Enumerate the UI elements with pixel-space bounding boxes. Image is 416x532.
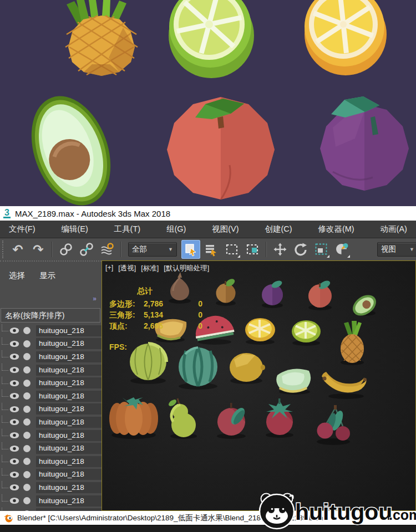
scene-object-row[interactable]: huitugou_218 bbox=[0, 494, 102, 508]
rectangular-selection-region-button[interactable] bbox=[222, 240, 241, 259]
object-name[interactable]: huitugou_218 bbox=[36, 377, 102, 388]
object-name[interactable]: huitugou_218 bbox=[36, 469, 102, 480]
object-name[interactable]: huitugou_218 bbox=[36, 430, 102, 441]
object-color-dot[interactable] bbox=[23, 392, 31, 400]
scene-object-row[interactable]: huitugou_218 bbox=[0, 364, 102, 377]
select-and-rotate-button[interactable] bbox=[291, 240, 310, 259]
object-color-dot[interactable] bbox=[23, 497, 31, 504]
menu-item[interactable]: 修改器(M) bbox=[318, 224, 354, 234]
object-color-dot[interactable] bbox=[23, 406, 31, 413]
visibility-eye-icon[interactable] bbox=[9, 458, 19, 465]
menu-item[interactable]: 视图(V) bbox=[212, 224, 239, 234]
name-sort-header[interactable]: 名称(按降序排序) bbox=[1, 308, 100, 323]
scene-object-row[interactable]: huitugou_218 bbox=[0, 481, 102, 494]
toolbar-drag-handle[interactable] bbox=[2, 241, 5, 258]
visibility-eye-icon[interactable] bbox=[9, 366, 19, 374]
panel-tab[interactable]: 显示 bbox=[39, 270, 55, 281]
scene-object-row[interactable]: huitugou_218 bbox=[0, 429, 102, 442]
select-and-scale-button[interactable] bbox=[312, 240, 331, 259]
stats-row: 三角形: 5,134 0 bbox=[109, 310, 206, 321]
pumpkin-model bbox=[109, 397, 158, 439]
visibility-eye-icon[interactable] bbox=[9, 484, 19, 491]
visibility-eye-icon[interactable] bbox=[9, 445, 19, 452]
peach-render bbox=[167, 97, 275, 200]
select-and-place-button[interactable] bbox=[332, 240, 351, 259]
select-object-button[interactable] bbox=[181, 240, 200, 259]
visibility-eye-icon[interactable] bbox=[9, 471, 19, 478]
menu-item[interactable]: 编辑(E) bbox=[61, 224, 88, 234]
viewport-label[interactable]: [+] bbox=[105, 264, 113, 273]
menu-item[interactable]: 动画(A) bbox=[381, 224, 407, 234]
scene-object-row[interactable]: huitugou_218 bbox=[0, 416, 102, 429]
object-name[interactable]: huitugou_218 bbox=[36, 325, 102, 336]
visibility-eye-icon[interactable] bbox=[9, 380, 19, 387]
object-color-dot[interactable] bbox=[23, 445, 31, 452]
bind-to-space-warp-icon[interactable] bbox=[98, 240, 116, 259]
object-name[interactable]: huitugou_218 bbox=[36, 403, 102, 415]
visibility-eye-icon[interactable] bbox=[9, 418, 19, 426]
scene-object-row[interactable]: huitugou_218 bbox=[0, 350, 102, 364]
object-color-dot[interactable] bbox=[23, 432, 31, 439]
object-name[interactable]: huitugou_218 bbox=[36, 391, 102, 402]
object-color-dot[interactable] bbox=[23, 458, 31, 465]
visibility-eye-icon[interactable] bbox=[9, 392, 19, 400]
menu-item[interactable]: 组(G) bbox=[166, 224, 186, 234]
visibility-eye-icon[interactable] bbox=[9, 340, 19, 347]
unlink-selection-icon[interactable] bbox=[77, 240, 96, 259]
perspective-viewport[interactable]: [+][透视][标准][默认明暗处理] 总计 多边形: 2,786 0 三角形:… bbox=[102, 260, 416, 511]
object-color-dot[interactable] bbox=[23, 418, 31, 426]
object-color-dot[interactable] bbox=[23, 380, 31, 387]
viewport-dropdown[interactable]: 视图 ▼ bbox=[377, 242, 416, 257]
visibility-eye-icon[interactable] bbox=[9, 497, 19, 504]
object-color-dot[interactable] bbox=[23, 471, 31, 478]
menu-item[interactable]: 工具(T) bbox=[114, 224, 141, 234]
scene-object-row[interactable]: huitugou_218 bbox=[0, 403, 102, 416]
scene-object-row[interactable]: huitugou_218 bbox=[0, 324, 102, 337]
object-color-dot[interactable] bbox=[23, 484, 31, 491]
redo-button[interactable]: ↷ bbox=[29, 240, 48, 259]
object-name[interactable]: huitugou_218 bbox=[36, 365, 102, 376]
main-area: 选择显示 » 名称(按降序排序) huitugou_218 bbox=[0, 260, 416, 511]
object-color-dot[interactable] bbox=[23, 327, 31, 334]
window-crossing-button[interactable] bbox=[243, 240, 262, 259]
visibility-eye-icon[interactable] bbox=[9, 353, 19, 360]
scene-object-row[interactable]: huitugou_218 bbox=[0, 337, 102, 351]
menu-item[interactable]: 创建(C) bbox=[265, 224, 292, 234]
scene-object-row[interactable]: huitugou_218 bbox=[0, 455, 102, 468]
object-name[interactable]: huitugou_218 bbox=[36, 495, 102, 507]
viewport-label[interactable]: [默认明暗处理] bbox=[164, 264, 209, 273]
select-and-move-button[interactable] bbox=[271, 240, 290, 259]
visibility-eye-icon[interactable] bbox=[9, 432, 19, 439]
object-name[interactable]: huitugou_218 bbox=[36, 417, 102, 428]
toolbar-separator bbox=[120, 242, 121, 257]
toolbar-separator bbox=[266, 242, 267, 257]
scene-object-row[interactable]: huitugou_218 bbox=[0, 376, 102, 390]
object-color-dot[interactable] bbox=[23, 340, 31, 347]
object-name[interactable]: huitugou_218 bbox=[36, 338, 102, 349]
select-and-link-icon[interactable] bbox=[57, 240, 75, 259]
scene-object-row[interactable]: huitugou_218 bbox=[0, 468, 102, 482]
selection-filter-dropdown[interactable]: 全部 ▼ bbox=[128, 242, 177, 257]
select-by-name-button[interactable] bbox=[202, 240, 221, 259]
plum-small-model bbox=[262, 279, 283, 308]
menu-item[interactable]: 文件(F) bbox=[9, 224, 35, 234]
visibility-eye-icon[interactable] bbox=[9, 406, 19, 413]
object-name[interactable]: huitugou_218 bbox=[36, 456, 102, 467]
undo-button[interactable]: ↶ bbox=[8, 240, 27, 259]
stats-row: 多边形: 2,786 0 bbox=[109, 299, 206, 310]
scene-object-row[interactable]: huitugou_218 bbox=[0, 442, 102, 455]
viewport-label[interactable]: [标准] bbox=[141, 264, 159, 273]
object-color-dot[interactable] bbox=[23, 353, 31, 360]
scene-object-row[interactable]: huitugou_218 bbox=[0, 507, 102, 511]
panel-tab[interactable]: 选择 bbox=[9, 270, 25, 281]
visibility-eye-icon[interactable] bbox=[9, 327, 19, 334]
scene-object-row[interactable]: huitugou_218 bbox=[0, 390, 102, 403]
expand-chevron-icon[interactable]: » bbox=[93, 295, 96, 303]
pineapple-render bbox=[65, 0, 138, 76]
object-color-dot[interactable] bbox=[23, 366, 31, 374]
object-name[interactable]: huitugou_218 bbox=[36, 351, 102, 362]
viewport-label[interactable]: [透视] bbox=[118, 264, 136, 273]
object-name[interactable]: huitugou_218 bbox=[36, 443, 102, 454]
stats-fps-label: FPS: bbox=[109, 342, 206, 351]
object-name[interactable]: huitugou_218 bbox=[36, 482, 102, 493]
